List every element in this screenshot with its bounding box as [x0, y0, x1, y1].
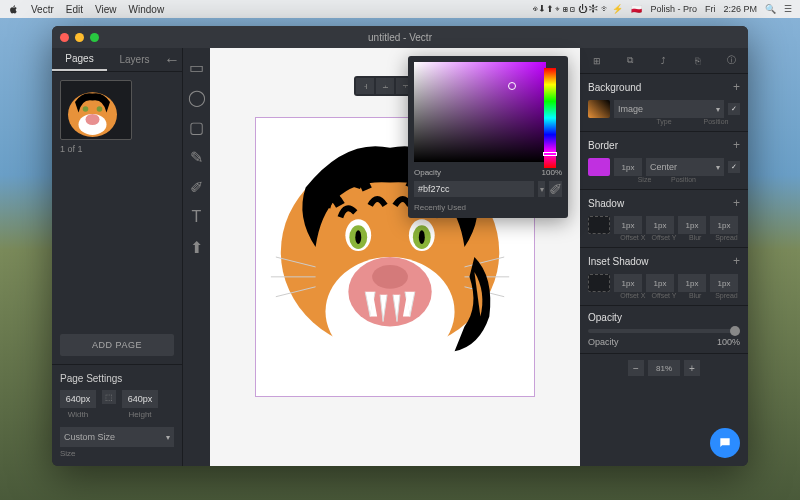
- grid-icon[interactable]: ⊞: [588, 52, 606, 70]
- link-dimensions-icon[interactable]: ⬚: [102, 390, 116, 404]
- shadow-blur-input[interactable]: [678, 216, 706, 234]
- zoom-out-button[interactable]: −: [628, 360, 644, 376]
- border-color-swatch[interactable]: [588, 158, 610, 176]
- inset-offsetx-input[interactable]: [614, 274, 642, 292]
- inset-shadow-title: Inset Shadow: [588, 256, 649, 267]
- macos-menubar: Vectr Edit View Window ◉ ⬇ ⬆ ◈ ⊞ ⊡ ⏻ ✻ ᯤ…: [0, 0, 800, 18]
- inset-shadow-color-swatch[interactable]: [588, 274, 610, 292]
- zoom-in-button[interactable]: +: [684, 360, 700, 376]
- menubar-keyboard-flag[interactable]: 🇵🇱: [631, 4, 642, 14]
- menubar-app-name[interactable]: Vectr: [31, 4, 54, 15]
- page-thumbnail[interactable]: [60, 80, 132, 140]
- size-preset-value: Custom Size: [64, 432, 115, 442]
- page-count-label: 1 of 1: [60, 144, 174, 154]
- add-shadow-button[interactable]: +: [733, 196, 740, 210]
- shadow-offsetx-input[interactable]: [614, 216, 642, 234]
- shadow-spread-input[interactable]: [710, 216, 738, 234]
- recently-used-label: Recently Used: [414, 203, 562, 212]
- window-title: untitled - Vectr: [368, 32, 432, 43]
- width-input[interactable]: [60, 390, 96, 408]
- background-swatch[interactable]: [588, 100, 610, 118]
- inset-blur-input[interactable]: [678, 274, 706, 292]
- border-size-input[interactable]: [614, 158, 642, 176]
- menubar-status-icons: ◉ ⬇ ⬆ ◈ ⊞ ⊡ ⏻ ✻ ᯤ ⚡: [533, 4, 624, 14]
- menubar-keyboard-layout[interactable]: Polish - Pro: [650, 4, 697, 14]
- export-icon[interactable]: ⤴: [655, 52, 673, 70]
- link-icon[interactable]: ⎘: [689, 52, 707, 70]
- right-panel: ⊞ ⧉ ⤴ ⎘ ⓘ Background + Image▾ ✓ Ty: [580, 48, 748, 466]
- color-picker-popup: Opacity 100% ▾ ✐ Recently Used: [408, 56, 568, 218]
- rectangle-tool[interactable]: ▭: [188, 58, 206, 76]
- opacity-title: Opacity: [588, 312, 622, 323]
- pencil-tool[interactable]: ✐: [188, 178, 206, 196]
- align-center-h-button[interactable]: ⫠: [376, 78, 394, 94]
- upload-tool[interactable]: ⬆: [188, 238, 206, 256]
- eyedropper-icon[interactable]: ✐: [549, 181, 562, 197]
- hue-cursor[interactable]: [543, 152, 557, 156]
- background-type-select[interactable]: Image▾: [614, 100, 724, 118]
- add-page-button[interactable]: ADD PAGE: [60, 334, 174, 356]
- border-position-select[interactable]: Center▾: [646, 158, 724, 176]
- svg-point-4: [97, 106, 103, 112]
- spotlight-icon[interactable]: 🔍: [765, 4, 776, 14]
- tool-strip: ▭ ◯ ▢ ✎ ✐ T ⬆: [182, 48, 210, 466]
- ellipse-tool[interactable]: ◯: [188, 88, 206, 106]
- border-title: Border: [588, 140, 618, 151]
- titlebar[interactable]: untitled - Vectr: [52, 26, 748, 48]
- pen-tool[interactable]: ✎: [188, 148, 206, 166]
- inset-spread-input[interactable]: [710, 274, 738, 292]
- svg-point-8: [372, 265, 408, 289]
- fullscreen-button[interactable]: [90, 33, 99, 42]
- zoom-value[interactable]: 81%: [648, 360, 680, 376]
- chat-icon: [718, 436, 732, 450]
- height-input[interactable]: [122, 390, 158, 408]
- svg-point-14: [419, 230, 425, 244]
- shadow-color-swatch[interactable]: [588, 216, 610, 234]
- tab-layers[interactable]: Layers: [107, 48, 162, 71]
- hex-input[interactable]: [414, 181, 534, 197]
- opacity-label: Opacity: [588, 337, 619, 347]
- sv-cursor[interactable]: [508, 82, 516, 90]
- menubar-item-edit[interactable]: Edit: [66, 4, 83, 15]
- saturation-value-picker[interactable]: [414, 62, 546, 162]
- add-border-button[interactable]: +: [733, 138, 740, 152]
- left-panel: Pages Layers ← 1 of 1 ADD PAGE: [52, 48, 182, 466]
- background-visible-checkbox[interactable]: ✓: [728, 103, 740, 115]
- width-label: Width: [68, 410, 88, 419]
- info-icon[interactable]: ⓘ: [722, 52, 740, 70]
- add-inset-shadow-button[interactable]: +: [733, 254, 740, 268]
- chat-support-button[interactable]: [710, 428, 740, 458]
- menubar-day: Fri: [705, 4, 716, 14]
- close-button[interactable]: [60, 33, 69, 42]
- svg-point-2: [86, 114, 100, 125]
- chevron-down-icon: ▾: [166, 433, 170, 442]
- hex-dropdown-icon[interactable]: ▾: [538, 181, 545, 197]
- height-label: Height: [128, 410, 151, 419]
- shadow-offsety-input[interactable]: [646, 216, 674, 234]
- menubar-menu-icon[interactable]: ☰: [784, 4, 792, 14]
- shadow-title: Shadow: [588, 198, 624, 209]
- thumbnail-artwork: [61, 81, 131, 140]
- background-title: Background: [588, 82, 641, 93]
- back-arrow-icon[interactable]: ←: [162, 48, 182, 71]
- menubar-item-view[interactable]: View: [95, 4, 117, 15]
- rounded-rect-tool[interactable]: ▢: [188, 118, 206, 136]
- duplicate-icon[interactable]: ⧉: [621, 52, 639, 70]
- vectr-window: untitled - Vectr Pages Layers ←: [52, 26, 748, 466]
- hue-slider[interactable]: [544, 68, 556, 168]
- tab-pages[interactable]: Pages: [52, 48, 107, 71]
- border-visible-checkbox[interactable]: ✓: [728, 161, 740, 173]
- minimize-button[interactable]: [75, 33, 84, 42]
- size-label: Size: [60, 449, 174, 458]
- inset-offsety-input[interactable]: [646, 274, 674, 292]
- menubar-item-window[interactable]: Window: [129, 4, 165, 15]
- size-preset-select[interactable]: Custom Size ▾: [60, 427, 174, 447]
- opacity-slider[interactable]: [588, 329, 740, 333]
- page-settings-title: Page Settings: [60, 373, 174, 384]
- add-background-button[interactable]: +: [733, 80, 740, 94]
- picker-opacity-value: 100%: [542, 168, 562, 177]
- menubar-time: 2:26 PM: [723, 4, 757, 14]
- text-tool[interactable]: T: [188, 208, 206, 226]
- align-left-button[interactable]: ⫞: [356, 78, 374, 94]
- svg-point-11: [355, 230, 361, 244]
